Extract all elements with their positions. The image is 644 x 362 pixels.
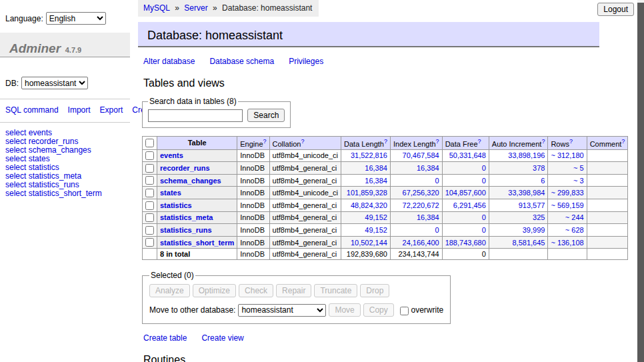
action-link-database-schema[interactable]: Database schema <box>209 57 274 66</box>
data-length-link[interactable]: 16,384 <box>365 164 387 172</box>
rows-link[interactable]: ~ 136,108 <box>551 239 583 247</box>
breadcrumb-link-server[interactable]: Server <box>184 3 207 13</box>
data-length-link[interactable]: 49,152 <box>365 213 387 221</box>
table-link-schema-changes[interactable]: schema_changes <box>160 177 221 185</box>
data-free-link[interactable]: 0 <box>482 213 486 221</box>
table-link-statistics-meta[interactable]: statistics_meta <box>160 213 213 221</box>
table-link-events[interactable]: events <box>160 151 183 159</box>
row-checkbox-recorder-runs[interactable] <box>145 164 154 173</box>
auto-increment-link[interactable]: 8,581,645 <box>512 239 545 247</box>
column-help-link[interactable]: ? <box>569 138 573 145</box>
create-link-create-table[interactable]: Create table <box>143 333 187 343</box>
rows-link[interactable]: ~ 312,180 <box>551 151 583 159</box>
data-length-link[interactable]: 10,502,144 <box>351 239 387 247</box>
select-link-recorder-runs[interactable]: select <box>5 137 26 146</box>
scrollbar-thumb[interactable] <box>637 3 644 362</box>
row-checkbox-schema-changes[interactable] <box>145 176 154 185</box>
data-free-link[interactable]: 0 <box>482 164 486 172</box>
rows-link[interactable]: ~ 569,159 <box>551 201 583 209</box>
vertical-scrollbar[interactable] <box>637 0 644 362</box>
create-link-create-view[interactable]: Create view <box>201 333 243 343</box>
data-length-link[interactable]: 49,152 <box>365 226 387 234</box>
adminer-logo[interactable]: Adminer <box>9 41 61 55</box>
move-database-select[interactable]: homeassistant <box>238 304 326 317</box>
sidebar-link-sql-command[interactable]: SQL command <box>5 105 59 115</box>
auto-increment-link[interactable]: 913,577 <box>519 201 545 209</box>
rows-link[interactable]: ~ 244 <box>565 213 584 221</box>
rows-link[interactable]: ~ 299,833 <box>551 189 583 197</box>
row-checkbox-statistics-runs[interactable] <box>145 226 154 235</box>
table-link-recorder-runs[interactable]: recorder_runs <box>160 164 210 172</box>
select-link-schema-changes[interactable]: select <box>5 145 26 155</box>
breadcrumb-link-mysql[interactable]: MySQL <box>143 3 170 13</box>
action-link-alter-database[interactable]: Alter database <box>143 57 195 66</box>
data-free-link[interactable]: 0 <box>482 226 486 234</box>
column-help-link[interactable]: ? <box>478 138 481 145</box>
sidebar-table-link-statistics-runs[interactable]: statistics_runs <box>29 180 79 189</box>
rows-link[interactable]: ~ 3 <box>573 177 584 185</box>
row-checkbox-statistics[interactable] <box>145 201 154 210</box>
data-free-link[interactable]: 0 <box>482 177 486 185</box>
data-free-link[interactable]: 188,743,680 <box>445 239 486 247</box>
data-free-link[interactable]: 104,857,600 <box>445 189 486 197</box>
select-link-statistics-runs[interactable]: select <box>5 180 26 189</box>
rows-link[interactable]: ~ 5 <box>573 164 584 172</box>
table-link-statistics[interactable]: statistics <box>160 201 192 209</box>
data-length-link[interactable]: 16,384 <box>365 177 387 185</box>
data-length-link[interactable]: 101,859,328 <box>347 189 387 197</box>
index-length-link[interactable]: 67,256,320 <box>403 189 439 197</box>
index-length-link[interactable]: 0 <box>435 226 439 234</box>
optimize-button[interactable]: Optimize <box>193 284 236 297</box>
row-checkbox-events[interactable] <box>145 151 154 160</box>
logout-button[interactable]: Logout <box>597 3 634 16</box>
data-length-link[interactable]: 31,522,816 <box>351 151 387 159</box>
auto-increment-link[interactable]: 6 <box>541 177 545 185</box>
index-length-link[interactable]: 72,220,672 <box>403 201 439 209</box>
auto-increment-link[interactable]: 39,999 <box>523 226 545 234</box>
auto-increment-link[interactable]: 33,398,984 <box>508 189 545 197</box>
data-free-link[interactable]: 6,291,456 <box>453 201 486 209</box>
select-link-states[interactable]: select <box>5 154 26 163</box>
row-checkbox-states[interactable] <box>145 189 154 197</box>
check-button[interactable]: Check <box>239 284 273 297</box>
column-help-link[interactable]: ? <box>384 138 387 145</box>
select-link-statistics-short-term[interactable]: select <box>5 189 26 198</box>
index-length-link[interactable]: 70,467,584 <box>403 151 439 159</box>
copy-button[interactable]: Copy <box>363 303 394 317</box>
repair-button[interactable]: Repair <box>276 284 311 297</box>
data-length-link[interactable]: 48,824,320 <box>351 201 387 209</box>
language-select[interactable]: English <box>46 12 106 25</box>
row-checkbox-statistics-meta[interactable] <box>145 213 154 222</box>
drop-button[interactable]: Drop <box>360 284 389 297</box>
select-link-statistics-meta[interactable]: select <box>5 171 26 181</box>
sidebar-table-link-schema-changes[interactable]: schema_changes <box>29 145 91 155</box>
column-help-link[interactable]: ? <box>263 138 267 145</box>
analyze-button[interactable]: Analyze <box>149 284 190 297</box>
index-length-link[interactable]: 0 <box>435 177 439 185</box>
search-button[interactable]: Search <box>247 109 285 122</box>
auto-increment-link[interactable]: 378 <box>533 164 545 172</box>
sidebar-table-link-statistics[interactable]: statistics <box>29 163 59 172</box>
sidebar-table-link-statistics-meta[interactable]: statistics_meta <box>29 171 81 181</box>
row-checkbox-statistics-short-term[interactable] <box>145 238 154 247</box>
auto-increment-link[interactable]: 325 <box>533 213 545 221</box>
sidebar-table-link-events[interactable]: events <box>29 128 52 137</box>
db-select[interactable]: homeassistant <box>21 77 88 89</box>
search-input[interactable] <box>148 109 243 122</box>
overwrite-checkbox[interactable] <box>400 307 409 315</box>
column-help-link[interactable]: ? <box>541 138 545 145</box>
select-all-checkbox[interactable] <box>145 139 154 147</box>
rows-link[interactable]: ~ 628 <box>565 226 584 234</box>
data-free-link[interactable]: 50,331,648 <box>449 151 486 159</box>
sidebar-table-link-statistics-short-term[interactable]: statistics_short_term <box>29 189 102 198</box>
action-link-privileges[interactable]: Privileges <box>289 57 323 66</box>
truncate-button[interactable]: Truncate <box>314 284 357 297</box>
select-link-events[interactable]: select <box>5 128 26 137</box>
select-link-statistics[interactable]: select <box>5 163 26 172</box>
sidebar-table-link-states[interactable]: states <box>29 154 50 163</box>
move-button[interactable]: Move <box>329 303 360 317</box>
index-length-link[interactable]: 16,384 <box>417 164 439 172</box>
index-length-link[interactable]: 16,384 <box>417 213 439 221</box>
sidebar-link-import[interactable]: Import <box>68 105 91 115</box>
sidebar-link-export[interactable]: Export <box>100 105 123 115</box>
